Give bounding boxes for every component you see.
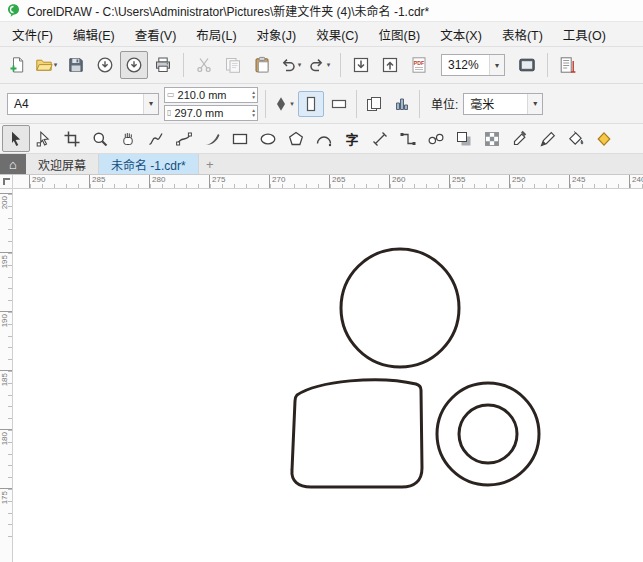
drawing-canvas[interactable] xyxy=(13,189,643,562)
freehand-icon xyxy=(147,130,165,148)
horizontal-ruler-mark: 255 xyxy=(449,175,509,188)
page-width-value: 210.0 mm xyxy=(178,89,253,101)
horizontal-ruler-mark: 245 xyxy=(569,175,629,188)
standard-toolbar: ▾▾▾PDF312%▾ xyxy=(0,47,643,84)
toolbar-separator xyxy=(356,90,357,118)
fullscreen-preview-button[interactable] xyxy=(513,51,541,79)
common-shapes-tool[interactable] xyxy=(310,125,338,152)
artistic-media-tool[interactable] xyxy=(198,125,226,152)
bezier-tool[interactable] xyxy=(170,125,198,152)
svg-text:字: 字 xyxy=(345,132,358,147)
chevron-down-icon[interactable]: ▾ xyxy=(143,94,158,114)
horizontal-ruler-mark: 280 xyxy=(149,175,209,188)
drop-shadow-tool[interactable] xyxy=(450,125,478,152)
menu-edit[interactable]: 编辑(E) xyxy=(63,22,125,46)
menu-text[interactable]: 文本(X) xyxy=(430,22,492,46)
all-pages-button[interactable] xyxy=(361,91,387,117)
export-button[interactable] xyxy=(376,51,404,79)
svg-text:PDF: PDF xyxy=(414,60,424,66)
toolbar-separator xyxy=(419,90,420,118)
current-page-button[interactable] xyxy=(389,91,415,117)
zoom-level-combo[interactable]: 312%▾ xyxy=(441,54,505,76)
polygon-tool[interactable] xyxy=(282,125,310,152)
zoom-tool[interactable] xyxy=(86,125,114,152)
height-spinner[interactable]: ▴▾ xyxy=(252,108,255,118)
person-body-shape[interactable] xyxy=(292,380,422,487)
crop-tool[interactable] xyxy=(58,125,86,152)
smart-fill-tool[interactable] xyxy=(590,125,618,152)
application-launcher-button[interactable] xyxy=(554,51,582,79)
menu-tools[interactable]: 工具(O) xyxy=(553,22,616,46)
menu-object[interactable]: 对象(J) xyxy=(247,22,307,46)
tab-welcome-screen[interactable]: 欢迎屏幕 xyxy=(26,154,99,174)
cloud-sync-button[interactable] xyxy=(120,51,148,79)
tab-untitled-document[interactable]: 未命名 -1.cdr* xyxy=(99,154,199,174)
save-icon xyxy=(67,56,85,74)
polygon-icon xyxy=(287,130,305,148)
paste-button[interactable] xyxy=(248,51,276,79)
menu-layout[interactable]: 布局(L) xyxy=(186,22,246,46)
units-label: 单位: xyxy=(431,95,458,112)
new-tab-button[interactable]: + xyxy=(199,154,221,174)
menu-file[interactable]: 文件(F) xyxy=(2,22,63,46)
home-icon: ⌂ xyxy=(9,157,17,172)
nib-icon xyxy=(272,95,290,113)
document-tab-bar: ⌂ 欢迎屏幕未命名 -1.cdr* + xyxy=(0,154,643,175)
eyedropper-tool[interactable] xyxy=(506,125,534,152)
new-document-button[interactable] xyxy=(4,51,32,79)
page-size-combo[interactable]: A4 ▾ xyxy=(7,93,159,115)
horizontal-ruler[interactable]: 290285280275270265260255250245240 xyxy=(13,175,643,189)
text-tool[interactable]: 字 xyxy=(338,125,366,152)
pick-tool[interactable] xyxy=(2,125,30,152)
freehand-tool[interactable] xyxy=(142,125,170,152)
cut-button[interactable] xyxy=(190,51,218,79)
window-title: CorelDRAW - C:\Users\Administrator\Pictu… xyxy=(27,2,429,19)
undo-icon xyxy=(279,56,297,74)
coreldraw-window: CorelDRAW - C:\Users\Administrator\Pictu… xyxy=(0,0,643,562)
menu-effects[interactable]: 效果(C) xyxy=(306,22,368,46)
undo-button[interactable]: ▾ xyxy=(277,51,305,79)
dimension-tool[interactable] xyxy=(366,125,394,152)
fullscreen-icon xyxy=(518,56,536,74)
units-combo[interactable]: 毫米 ▾ xyxy=(463,93,543,115)
eyedropper-icon xyxy=(511,130,529,148)
vertical-ruler[interactable]: 200195190185180175 xyxy=(0,189,13,562)
badge-inner-circle[interactable] xyxy=(459,405,517,463)
cloud-download-button[interactable] xyxy=(91,51,119,79)
import-button[interactable] xyxy=(347,51,375,79)
transparency-tool[interactable] xyxy=(478,125,506,152)
connector-tool[interactable] xyxy=(394,125,422,152)
dimension-icon xyxy=(371,130,389,148)
portrait-button[interactable] xyxy=(298,91,324,117)
page-width-input[interactable]: ▭ 210.0 mm ▴▾ xyxy=(164,87,258,103)
coreldraw-logo-icon xyxy=(6,3,21,18)
menu-bitmaps[interactable]: 位图(B) xyxy=(369,22,431,46)
shape-tool[interactable] xyxy=(30,125,58,152)
menu-view[interactable]: 查看(V) xyxy=(125,22,187,46)
publish-pdf-button[interactable]: PDF xyxy=(405,51,433,79)
page-height-input[interactable]: ▯ 297.0 mm ▴▾ xyxy=(164,105,258,121)
person-head-circle[interactable] xyxy=(341,249,459,367)
menu-table[interactable]: 表格(T) xyxy=(492,22,553,46)
redo-button[interactable]: ▾ xyxy=(306,51,334,79)
rect-icon xyxy=(231,130,249,148)
rectangle-tool[interactable] xyxy=(226,125,254,152)
all_pages-icon xyxy=(365,95,383,113)
open-document-button[interactable]: ▾ xyxy=(33,51,61,79)
pan-tool[interactable] xyxy=(114,125,142,152)
width-spinner[interactable]: ▴▾ xyxy=(252,90,255,100)
blend-tool[interactable] xyxy=(422,125,450,152)
save-button[interactable] xyxy=(62,51,90,79)
home-tab[interactable]: ⌂ xyxy=(0,154,26,174)
print-button[interactable] xyxy=(149,51,177,79)
chevron-down-icon[interactable]: ▾ xyxy=(527,94,542,114)
ellipse-tool[interactable] xyxy=(254,125,282,152)
ellipse-icon xyxy=(259,130,277,148)
outline-pen-tool[interactable] xyxy=(534,125,562,152)
ruler-origin-corner[interactable] xyxy=(0,175,13,189)
landscape-button[interactable] xyxy=(326,91,352,117)
page-dimensions-options-button[interactable]: ▾ xyxy=(270,91,296,117)
chevron-down-icon[interactable]: ▾ xyxy=(489,55,504,75)
interactive-fill-tool[interactable] xyxy=(562,125,590,152)
copy-button[interactable] xyxy=(219,51,247,79)
